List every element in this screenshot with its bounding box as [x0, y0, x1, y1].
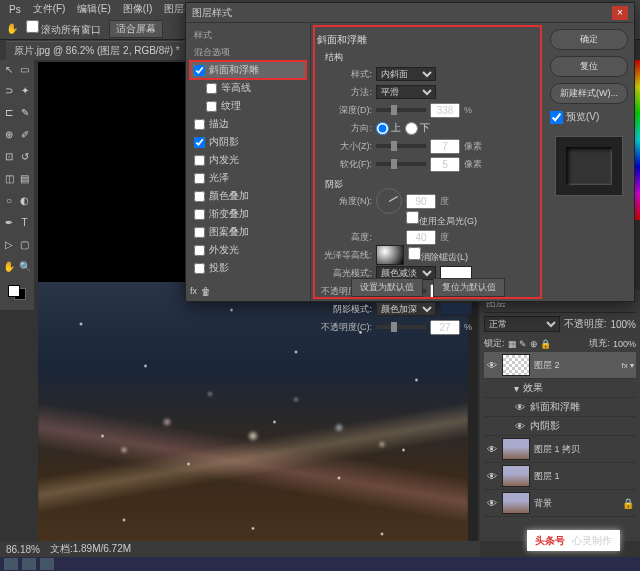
- fill-label: 填充:: [589, 337, 610, 350]
- structure-header: 结构: [325, 51, 538, 64]
- visibility-icon[interactable]: 👁: [514, 402, 526, 413]
- visibility-icon[interactable]: 👁: [486, 498, 498, 509]
- reset-default-button[interactable]: 复位为默认值: [433, 278, 505, 297]
- path-tool[interactable]: ▷: [2, 237, 16, 251]
- close-icon[interactable]: ×: [612, 6, 628, 20]
- move-tool[interactable]: ↖: [2, 62, 16, 76]
- fx-icon[interactable]: fx: [190, 286, 197, 297]
- blur-tool[interactable]: ○: [2, 193, 16, 207]
- style-gradoverlay[interactable]: 渐变叠加: [190, 205, 306, 223]
- layer-style-dialog: 图层样式 × 样式 混合选项 斜面和浮雕 等高线 纹理 描边 内阴影 内发光 光…: [185, 2, 635, 302]
- style-stroke[interactable]: 描边: [190, 115, 306, 133]
- pen-tool[interactable]: ✒: [2, 215, 16, 229]
- wand-tool[interactable]: ✦: [18, 84, 32, 98]
- size-input[interactable]: [430, 139, 460, 154]
- opacity-value[interactable]: 100%: [610, 319, 636, 330]
- style-innerglow[interactable]: 内发光: [190, 151, 306, 169]
- crop-tool[interactable]: ⊏: [2, 106, 16, 120]
- lasso-tool[interactable]: ⊃: [2, 84, 16, 98]
- style-patternoverlay[interactable]: 图案叠加: [190, 223, 306, 241]
- visibility-icon[interactable]: 👁: [486, 444, 498, 455]
- layer-row[interactable]: 👁图层 1 拷贝: [484, 436, 636, 463]
- shadow-opacity-slider[interactable]: [376, 325, 426, 329]
- antialias-check[interactable]: 消除锯齿(L): [408, 247, 468, 264]
- blend-header[interactable]: 混合选项: [190, 44, 306, 61]
- hand-tool[interactable]: ✋: [2, 259, 16, 273]
- shadow-opacity[interactable]: [430, 320, 460, 335]
- gloss-contour[interactable]: [376, 245, 404, 265]
- menu-edit[interactable]: 编辑(E): [72, 2, 115, 16]
- taskbar-icon[interactable]: [22, 558, 36, 570]
- brush-tool[interactable]: ✐: [18, 128, 32, 142]
- ok-button[interactable]: 确定: [550, 29, 628, 50]
- taskbar-icon[interactable]: [4, 558, 18, 570]
- style-preview: [555, 136, 623, 196]
- altitude-input[interactable]: [406, 230, 436, 245]
- layer-fx-bevel[interactable]: 👁斜面和浮雕: [484, 398, 636, 417]
- zoom-value[interactable]: 86.18%: [6, 544, 40, 555]
- style-innershadow[interactable]: 内阴影: [190, 133, 306, 151]
- style-coloroverlay[interactable]: 颜色叠加: [190, 187, 306, 205]
- layer-row[interactable]: 👁图层 1: [484, 463, 636, 490]
- dialog-titlebar[interactable]: 图层样式 ×: [186, 3, 634, 23]
- size-slider[interactable]: [376, 144, 426, 148]
- dialog-title: 图层样式: [192, 6, 232, 20]
- gradient-tool[interactable]: ▤: [18, 172, 32, 186]
- technique-select[interactable]: 平滑: [376, 85, 436, 99]
- depth-input[interactable]: [430, 103, 460, 118]
- style-satin[interactable]: 光泽: [190, 169, 306, 187]
- type-tool[interactable]: T: [18, 215, 32, 229]
- doc-tab[interactable]: 原片.jpg @ 86.2% (图层 2, RGB/8#) *: [6, 41, 188, 60]
- scroll-all-check[interactable]: 滚动所有窗口: [26, 20, 101, 37]
- style-texture[interactable]: 纹理: [190, 97, 306, 115]
- fit-screen-button[interactable]: 适合屏幕: [109, 20, 163, 38]
- fill-value[interactable]: 100%: [613, 339, 636, 349]
- soften-input[interactable]: [430, 157, 460, 172]
- cancel-button[interactable]: 复位: [550, 56, 628, 77]
- eyedrop-tool[interactable]: ✎: [18, 106, 32, 120]
- depth-slider[interactable]: [376, 108, 426, 112]
- angle-input[interactable]: [406, 194, 436, 209]
- style-select[interactable]: 内斜面: [376, 67, 436, 81]
- layer-fx[interactable]: ▾ 效果: [484, 379, 636, 398]
- dir-down[interactable]: 下: [405, 121, 430, 135]
- menu-file[interactable]: 文件(F): [28, 2, 71, 16]
- color-swatch[interactable]: [2, 281, 32, 301]
- section-title: 斜面和浮雕: [317, 33, 538, 47]
- visibility-icon[interactable]: 👁: [486, 471, 498, 482]
- make-default-button[interactable]: 设置为默认值: [351, 278, 423, 297]
- trash-icon[interactable]: 🗑: [201, 286, 211, 297]
- menu-image[interactable]: 图像(I): [118, 2, 157, 16]
- layer-thumb: [502, 465, 530, 487]
- status-bar: 86.18% 文档:1.89M/6.72M: [0, 541, 480, 557]
- eraser-tool[interactable]: ◫: [2, 172, 16, 186]
- visibility-icon[interactable]: 👁: [514, 421, 526, 432]
- preview-check[interactable]: 预览(V): [550, 110, 628, 124]
- global-light-check[interactable]: 使用全局光(G): [406, 211, 477, 228]
- opacity-label: 不透明度:: [564, 317, 607, 331]
- new-style-button[interactable]: 新建样式(W)...: [550, 83, 628, 104]
- visibility-icon[interactable]: 👁: [486, 360, 498, 371]
- os-taskbar[interactable]: [0, 557, 640, 571]
- zoom-tool[interactable]: 🔍: [18, 259, 32, 273]
- history-tool[interactable]: ↺: [18, 150, 32, 164]
- dir-up[interactable]: 上: [376, 121, 401, 135]
- shadow-color[interactable]: [440, 302, 472, 316]
- angle-dial[interactable]: [376, 188, 402, 214]
- dodge-tool[interactable]: ◐: [18, 193, 32, 207]
- style-dropshadow[interactable]: 投影: [190, 259, 306, 277]
- style-contour[interactable]: 等高线: [190, 79, 306, 97]
- layer-row[interactable]: 👁图层 2fx ▾: [484, 352, 636, 379]
- style-bevel[interactable]: 斜面和浮雕: [190, 61, 306, 79]
- shadow-mode[interactable]: 颜色加深: [376, 302, 436, 316]
- lock-icons[interactable]: ▦ ✎ ⊕ 🔒: [508, 339, 552, 349]
- stamp-tool[interactable]: ⊡: [2, 150, 16, 164]
- shape-tool[interactable]: ▢: [18, 237, 32, 251]
- style-outerglow[interactable]: 外发光: [190, 241, 306, 259]
- heal-tool[interactable]: ⊕: [2, 128, 16, 142]
- soften-slider[interactable]: [376, 162, 426, 166]
- taskbar-icon[interactable]: [40, 558, 54, 570]
- marquee-tool[interactable]: ▭: [18, 62, 32, 76]
- layer-row[interactable]: 👁背景🔒: [484, 490, 636, 517]
- layer-fx-innershadow[interactable]: 👁内阴影: [484, 417, 636, 436]
